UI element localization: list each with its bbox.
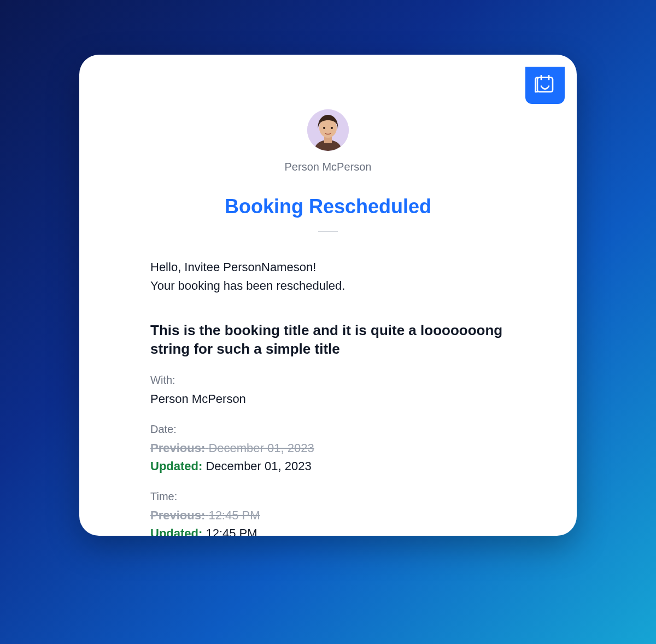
page-title: Booking Rescheduled <box>150 195 506 218</box>
app-badge <box>525 67 565 104</box>
date-previous: Previous: December 01, 2023 <box>150 439 506 457</box>
time-updated-value: 12:45 PM <box>206 526 257 536</box>
greeting-text: Hello, Invitee PersonNameson! Your booki… <box>150 258 506 295</box>
time-previous: Previous: 12:45 PM <box>150 506 506 524</box>
greeting-line-2: Your booking has been rescheduled. <box>150 277 506 295</box>
booking-title: This is the booking title and it is quit… <box>150 321 506 359</box>
time-previous-label: Previous: <box>150 508 205 522</box>
date-field: Date: Previous: December 01, 2023 Update… <box>150 423 506 475</box>
time-previous-value: 12:45 PM <box>208 508 260 522</box>
date-previous-value: December 01, 2023 <box>208 441 314 455</box>
date-label: Date: <box>150 423 506 436</box>
divider <box>318 231 338 232</box>
svg-point-7 <box>323 127 325 129</box>
date-updated-label: Updated: <box>150 459 202 473</box>
with-label: With: <box>150 374 506 387</box>
with-field: With: Person McPerson <box>150 374 506 408</box>
greeting-line-1: Hello, Invitee PersonNameson! <box>150 258 506 277</box>
date-updated-value: December 01, 2023 <box>206 459 311 473</box>
organizer-header: Person McPerson <box>150 109 506 173</box>
avatar <box>307 109 349 151</box>
calendar-smile-icon <box>534 73 557 98</box>
svg-point-8 <box>331 127 333 129</box>
date-updated: Updated: December 01, 2023 <box>150 457 506 475</box>
time-label: Time: <box>150 490 506 503</box>
notification-card: Person McPerson Booking Rescheduled Hell… <box>79 55 577 536</box>
time-field: Time: Previous: 12:45 PM Updated: 12:45 … <box>150 490 506 536</box>
with-value: Person McPerson <box>150 390 506 408</box>
date-previous-label: Previous: <box>150 441 205 455</box>
time-updated: Updated: 12:45 PM <box>150 524 506 536</box>
time-updated-label: Updated: <box>150 526 202 536</box>
organizer-name: Person McPerson <box>285 161 372 173</box>
